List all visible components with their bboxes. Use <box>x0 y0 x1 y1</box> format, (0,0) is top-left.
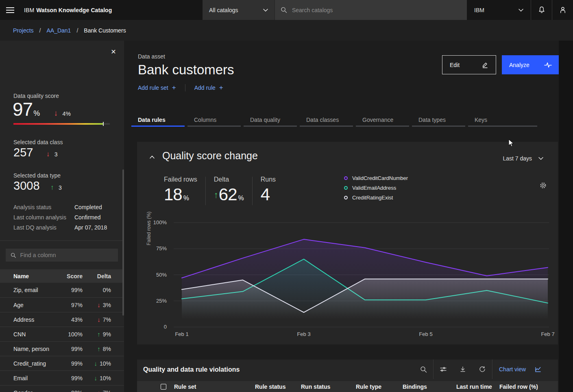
analyze-button[interactable]: Analyze <box>502 55 559 74</box>
notifications-button[interactable] <box>531 0 552 20</box>
tab-data-quality[interactable]: Data quality <box>244 114 297 127</box>
x-tick: Feb 7 <box>534 331 562 337</box>
header-score[interactable]: Score <box>55 273 83 279</box>
add-rule-set-link[interactable]: Add rule set+ <box>138 84 176 92</box>
tab-columns[interactable]: Columns <box>187 114 241 127</box>
find-column-search[interactable] <box>6 249 118 262</box>
legend-swatch <box>344 196 348 199</box>
find-column-input[interactable] <box>20 252 113 258</box>
search-input[interactable] <box>292 7 461 13</box>
divider <box>252 177 253 205</box>
down-arrow-icon: ↓ <box>97 316 100 323</box>
column-row[interactable]: Age 97% ↓3% <box>0 297 124 312</box>
violations-title: Quality and data rule violations <box>143 366 240 373</box>
chart-stats: Failed rows 18% Delta ↑62% Runs 4 <box>164 176 276 205</box>
breadcrumb-separator: / <box>76 27 78 34</box>
breadcrumb-item[interactable]: Projects <box>13 27 34 34</box>
tab-data-rules[interactable]: Data rules <box>131 114 185 127</box>
header-name[interactable]: Name <box>0 273 55 279</box>
search-bar[interactable] <box>275 0 466 20</box>
header-delta[interactable]: Delta <box>83 273 111 279</box>
score-gauge <box>13 123 110 125</box>
search-icon[interactable] <box>414 360 433 379</box>
legend-swatch <box>344 176 348 180</box>
column-row[interactable]: Gender 90% ↓7% <box>0 385 124 392</box>
y-tick: 100% <box>146 219 167 225</box>
gear-icon[interactable] <box>540 182 547 191</box>
violations-toolbar: Chart view <box>414 360 548 379</box>
app-window: IBMWatson Knowledge Catalog All catalogs… <box>0 0 573 392</box>
violations-column-header[interactable]: Last run time <box>456 383 492 390</box>
stat-failed-rows: Failed rows 18% <box>164 176 197 205</box>
catalog-selector[interactable]: All catalogs <box>202 0 275 20</box>
breadcrumb-separator: / <box>39 27 41 34</box>
data-quality-sidebar: ✕ Data quality score 97% ↓ 4% Selected d… <box>0 41 124 392</box>
tab-data-classes[interactable]: Data classes <box>300 114 353 127</box>
score-delta: 4% <box>63 110 71 117</box>
account-selector[interactable]: IBM <box>466 0 531 20</box>
y-tick: 25% <box>146 298 167 304</box>
columns-table: Name Score Delta Zip, email 99% 0% Age 9… <box>0 269 124 392</box>
background-strip <box>559 41 573 392</box>
column-row[interactable]: Credit_rating 99% ↓10% <box>0 356 124 370</box>
violations-column-header[interactable]: Rule set <box>174 383 196 390</box>
filter-icon[interactable] <box>434 360 453 379</box>
quality-score: 97% ↓ 4% <box>13 98 71 120</box>
violations-card: Quality and data rule violations Chart v <box>137 360 558 392</box>
violations-column-header[interactable]: Rule status <box>255 383 285 390</box>
violations-table-header: Rule setRule statusRun statusRule typeBi… <box>137 381 558 392</box>
chart-view-toggle[interactable]: Chart view <box>492 360 548 379</box>
violations-column-header[interactable]: Rule type <box>356 383 381 390</box>
edit-button[interactable]: Edit <box>442 55 496 74</box>
status-row: Last column analysis Confirmed <box>13 212 115 222</box>
columns-table-header: Name Score Delta <box>0 269 124 283</box>
legend-item[interactable]: ValidEmailAddress <box>344 185 408 191</box>
download-icon[interactable] <box>453 360 473 379</box>
asset-type-label: Data asset <box>138 53 165 60</box>
bell-icon <box>538 6 545 14</box>
violations-column-header[interactable]: Bindings <box>403 383 427 390</box>
down-arrow-icon: ↓ <box>97 389 100 392</box>
down-arrow-icon: ↓ <box>94 375 97 381</box>
search-icon <box>281 6 287 13</box>
plus-icon: + <box>219 84 223 91</box>
chart-icon <box>535 366 541 373</box>
refresh-icon[interactable] <box>473 360 492 379</box>
violations-column-header[interactable]: Failed row (%) <box>499 383 538 390</box>
tab-keys[interactable]: Keys <box>468 114 537 127</box>
column-row[interactable]: CNN 100% ↑9% <box>0 327 124 341</box>
status-row: Last DQ analysis Apr 07, 2018 <box>13 222 115 232</box>
tab-data-types[interactable]: Data types <box>412 114 465 127</box>
chevron-down-icon <box>519 9 523 12</box>
column-row[interactable]: Email 99% ↓10% <box>0 370 124 385</box>
violations-column-header[interactable]: Run status <box>301 383 330 390</box>
breadcrumb-item[interactable]: AA_Dan1 <box>46 27 71 34</box>
select-all-checkbox[interactable] <box>161 384 166 390</box>
up-arrow-icon: ↑ <box>97 345 100 352</box>
down-arrow-icon: ↓ <box>46 150 50 158</box>
data-type-stat: 3008 ↑ 3 <box>13 179 62 193</box>
legend-item[interactable]: CreditRatingExist <box>344 195 408 201</box>
time-range-selector[interactable]: Last 7 days <box>503 155 543 162</box>
quality-score-card: Quality score change Last 7 days Failed … <box>137 142 558 344</box>
up-arrow-icon: ↑ <box>97 331 100 338</box>
legend-item[interactable]: ValidCreditCardNumber <box>344 175 408 181</box>
plus-icon: + <box>172 84 176 91</box>
column-row[interactable]: Address 43% ↓7% <box>0 312 124 327</box>
x-tick: Feb 1 <box>168 331 196 337</box>
profile-button[interactable] <box>552 0 573 20</box>
add-rule-link[interactable]: Add rule+ <box>194 84 223 92</box>
data-class-stat: 257 ↓ 3 <box>13 146 58 159</box>
x-tick: Feb 5 <box>412 331 440 337</box>
column-row[interactable]: Name, person 99% ↑8% <box>0 341 124 356</box>
line-chart <box>182 223 548 327</box>
activity-icon <box>544 62 552 68</box>
tab-governance[interactable]: Governance <box>356 114 409 127</box>
column-row[interactable]: Zip, email 99% 0% <box>0 283 124 297</box>
data-type-label: Selected data type <box>13 172 61 179</box>
page-title: Bank customers <box>138 62 234 78</box>
collapse-icon[interactable] <box>149 153 155 160</box>
y-tick: 0 <box>146 324 167 330</box>
close-icon[interactable]: ✕ <box>109 48 118 56</box>
menu-icon[interactable] <box>0 0 20 20</box>
